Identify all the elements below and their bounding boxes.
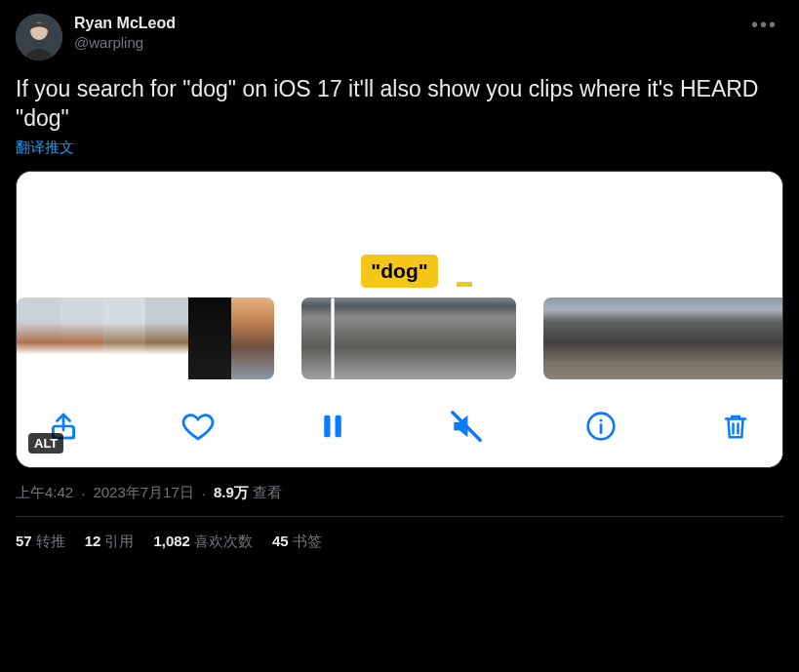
svg-rect-3 xyxy=(324,415,330,438)
timeline-marker xyxy=(457,282,472,287)
clip-thumbnail[interactable] xyxy=(231,297,274,379)
clip-group-3[interactable] xyxy=(543,297,782,379)
quotes-stat[interactable]: 12引用 xyxy=(85,533,135,551)
handle[interactable]: @warpling xyxy=(74,33,745,53)
media-toolbar xyxy=(17,387,782,467)
clip-thumbnail[interactable] xyxy=(543,297,586,379)
clip-group-2[interactable] xyxy=(301,297,516,379)
views-stat[interactable]: 8.9万 查看 xyxy=(214,484,282,502)
clip-thumbnail[interactable] xyxy=(473,297,516,379)
svg-point-8 xyxy=(600,418,603,421)
retweets-stat[interactable]: 57转推 xyxy=(16,533,65,551)
pause-icon[interactable] xyxy=(315,409,350,444)
avatar[interactable] xyxy=(16,14,62,60)
avatar-image xyxy=(16,14,62,60)
clip-thumbnail[interactable] xyxy=(715,297,758,379)
stats-row: 57转推 12引用 1,082喜欢次数 45书签 xyxy=(16,517,783,551)
info-icon[interactable] xyxy=(583,409,619,444)
svg-rect-4 xyxy=(335,415,340,438)
video-timeline[interactable] xyxy=(17,297,782,387)
clip-thumbnail[interactable] xyxy=(387,297,430,379)
tweet-header: Ryan McLeod @warpling ••• xyxy=(16,14,783,60)
author-names: Ryan McLeod @warpling xyxy=(74,14,745,53)
tweet-text: If you search for "dog" on iOS 17 it'll … xyxy=(16,74,783,133)
tweet-time[interactable]: 上午4:42 xyxy=(16,484,73,502)
tweet-date[interactable]: 2023年7月17日 xyxy=(93,484,193,502)
tweet-container: Ryan McLeod @warpling ••• If you search … xyxy=(0,0,799,551)
trash-icon[interactable] xyxy=(718,409,753,444)
media-card[interactable]: "dog" xyxy=(16,171,783,468)
display-name[interactable]: Ryan McLeod xyxy=(74,14,745,33)
playhead[interactable] xyxy=(331,297,335,379)
clip-thumbnail[interactable] xyxy=(586,297,629,379)
mute-icon[interactable] xyxy=(449,409,484,444)
separator-dot xyxy=(198,485,210,501)
caption-row: "dog" xyxy=(17,255,782,297)
clip-thumbnail[interactable] xyxy=(188,297,231,379)
clip-thumbnail[interactable] xyxy=(17,297,60,379)
bookmarks-stat[interactable]: 45书签 xyxy=(272,533,322,551)
alt-badge[interactable]: ALT xyxy=(28,433,63,454)
clip-thumbnail[interactable] xyxy=(344,297,387,379)
clip-thumbnail[interactable] xyxy=(430,297,473,379)
caption-label: "dog" xyxy=(361,255,437,288)
media-top-space xyxy=(17,172,782,255)
clip-thumbnail[interactable] xyxy=(672,297,715,379)
more-options-button[interactable]: ••• xyxy=(745,14,783,36)
clip-thumbnail[interactable] xyxy=(301,297,344,379)
clip-thumbnail[interactable] xyxy=(102,297,145,379)
clip-thumbnail[interactable] xyxy=(629,297,672,379)
clip-group-1[interactable] xyxy=(17,297,274,379)
heart-icon[interactable] xyxy=(180,409,216,444)
clip-thumbnail[interactable] xyxy=(60,297,102,379)
translate-link[interactable]: 翻译推文 xyxy=(16,138,74,157)
tweet-meta: 上午4:42 2023年7月17日 8.9万 查看 xyxy=(16,484,783,502)
likes-stat[interactable]: 1,082喜欢次数 xyxy=(153,533,253,551)
clip-thumbnail[interactable] xyxy=(145,297,188,379)
separator-dot xyxy=(77,485,89,501)
clip-thumbnail[interactable] xyxy=(758,297,782,379)
